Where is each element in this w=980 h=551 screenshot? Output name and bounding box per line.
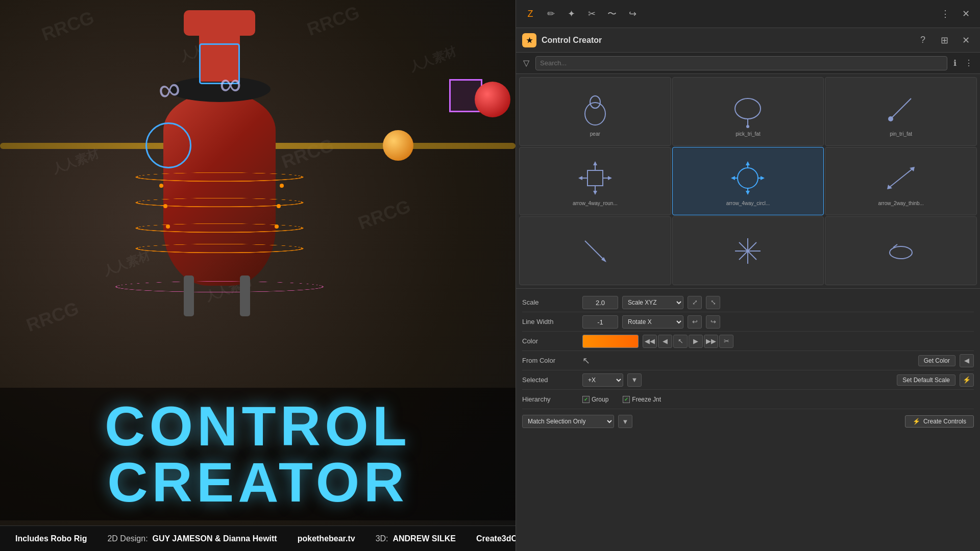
shape-arrow2-thin[interactable]: arrow_2way_thinb...	[825, 147, 977, 216]
toolbar-star-icon[interactable]: ✦	[563, 6, 579, 22]
arrow-buttons: ◀◀ ◀ ↖ ▶ ▶▶ ✂	[643, 335, 733, 348]
freeze-label: Freeze Jnt	[632, 396, 661, 403]
svg-marker-9	[593, 161, 597, 165]
redo-btn[interactable]: ↪	[706, 315, 720, 329]
axis-select[interactable]: +X -X +Y -Y +Z -Z	[582, 373, 623, 387]
shape-pin-tri-fat[interactable]: pin_tri_fat	[825, 77, 977, 146]
color-label: Color	[522, 337, 578, 345]
dot-5	[277, 204, 281, 208]
toolbar-scissors-icon[interactable]: ✂	[583, 6, 600, 22]
infinity-right: ∞	[219, 66, 241, 102]
toolbar-more-icon[interactable]: ⋮	[937, 6, 953, 22]
red-sphere	[475, 82, 510, 117]
linewidth-row: Line Width -1 Rotate X ↩ ↪	[522, 312, 974, 332]
svg-marker-20	[746, 191, 750, 195]
create-controls-btn[interactable]: ⚡ Create Controls	[905, 415, 974, 428]
rotate-mode-select[interactable]: Rotate X	[622, 315, 683, 329]
shape-9-preview	[880, 231, 921, 271]
leg-left	[184, 276, 194, 316]
orange-sphere	[383, 130, 413, 161]
toolbar-z-icon[interactable]: Z	[522, 6, 538, 22]
shape-9[interactable]	[825, 216, 977, 285]
axis-dropdown-btn[interactable]: ▼	[627, 373, 642, 387]
color-swatch[interactable]	[582, 335, 639, 348]
shape-pear[interactable]: pear	[519, 77, 671, 146]
cc-grid-icon[interactable]: ⊞	[936, 32, 952, 48]
toolbar-pencil-icon[interactable]: ✏	[543, 6, 559, 22]
linewidth-value[interactable]: -1	[582, 315, 618, 329]
set-default-btn[interactable]: Set Default Scale	[897, 374, 955, 386]
design-info: 2D Design: GUY JAMESON & Dianna Hewitt	[107, 534, 277, 543]
scissors-icon[interactable]: ✂	[719, 335, 733, 348]
cc-header: ★ Control Creator ? ⊞ ✕	[516, 28, 980, 53]
create-row: Match Selection Only ▼ ⚡ Create Controls	[522, 411, 974, 432]
info-icon[interactable]: ℹ	[951, 56, 959, 70]
arrow-left[interactable]: ◀	[658, 335, 672, 348]
cc-logo: ★	[522, 33, 536, 47]
hierarchy-row: Hierarchy ✓ Group ✓ Freeze Jnt	[522, 390, 974, 409]
shape-arrow4r-label: arrow_4way_roun...	[573, 201, 618, 206]
shape-arrow4-circle[interactable]: arrow_4way_circl...	[672, 147, 824, 216]
site2: Create3dCharacters.com	[476, 534, 516, 543]
shape-pear-preview	[575, 88, 616, 129]
shape-7-preview	[575, 231, 616, 271]
search-more-icon[interactable]: ⋮	[963, 56, 975, 70]
group-check[interactable]: ✓ Group	[582, 396, 608, 403]
match-select[interactable]: Match Selection Only	[522, 415, 614, 428]
toolbar-arrow-icon[interactable]: ↪	[624, 6, 641, 22]
leg-right	[240, 276, 250, 316]
group-checkbox[interactable]: ✓	[582, 396, 590, 403]
scale-value[interactable]: 2.0	[582, 296, 618, 309]
svg-point-16	[738, 168, 758, 188]
main-title: CONTROL CREATOR	[31, 398, 485, 510]
robot-cap	[184, 10, 255, 36]
shape-pick-label: pick_tri_fat	[736, 131, 760, 137]
axis-selected-label: Selected	[522, 376, 578, 384]
undo-btn[interactable]: ↩	[688, 315, 702, 329]
from-color-arrow-btn[interactable]: ◀	[960, 354, 974, 367]
shape-8[interactable]	[672, 216, 824, 285]
cursor-icon: ↖	[673, 335, 688, 348]
linewidth-label: Line Width	[522, 318, 578, 325]
set-default-icon[interactable]: ⚡	[960, 373, 974, 387]
cc-title: Control Creator	[542, 36, 910, 45]
right-panel: Z ✏ ✦ ✂ 〜 ↪ ⋮ ✕ ★ Control Creator ? ⊞ ✕ …	[516, 0, 980, 551]
viewport-3d[interactable]: RRCG 人人素材 RRCG 人人素材 人人素材 RRCG 人人素材 RRCG …	[0, 0, 516, 551]
shape-arrow4-round[interactable]: arrow_4way_roun...	[519, 147, 671, 216]
shape-pick-preview	[727, 88, 768, 129]
toolbar-tilde-icon[interactable]: 〜	[604, 6, 620, 22]
scale-expand-btn[interactable]: ⤢	[688, 296, 702, 309]
dot-1	[159, 184, 163, 188]
freeze-checkbox[interactable]: ✓	[623, 396, 630, 403]
shape-7[interactable]	[519, 216, 671, 285]
freeze-check[interactable]: ✓ Freeze Jnt	[623, 396, 661, 403]
cc-close-icon[interactable]: ✕	[958, 32, 974, 48]
svg-rect-7	[587, 170, 603, 186]
arrow-left-left[interactable]: ◀◀	[643, 335, 657, 348]
match-dropdown-btn[interactable]: ▼	[618, 415, 632, 428]
toolbar-close-icon[interactable]: ✕	[958, 6, 974, 22]
design3d-info: 3D: ANDREW SILKE	[376, 534, 456, 543]
shape-pick-tri-fat[interactable]: pick_tri_fat	[672, 77, 824, 146]
shape-arrow4c-label: arrow_4way_circl...	[726, 201, 770, 206]
from-color-label: From Color	[522, 357, 578, 364]
get-color-btn[interactable]: Get Color	[918, 355, 955, 366]
info-bar: Includes Robo Rig 2D Design: GUY JAMESON…	[0, 525, 516, 551]
svg-marker-22	[731, 176, 735, 180]
arrow-right-right[interactable]: ▶▶	[704, 335, 718, 348]
scale-label: Scale	[522, 298, 578, 306]
create-controls-icon: ⚡	[913, 418, 920, 425]
svg-line-5	[891, 98, 911, 119]
scale-compress-btn[interactable]: ⤡	[706, 296, 720, 309]
dot-3	[166, 224, 170, 229]
svg-point-0	[585, 103, 605, 125]
cursor-arrow-icon: ↖	[582, 355, 590, 366]
includes-label: Includes Robo Rig	[15, 534, 87, 543]
scale-mode-select[interactable]: Scale XYZ	[622, 296, 683, 309]
controls-section: Scale 2.0 Scale XYZ ⤢ ⤡ Line Width -1 Ro…	[516, 288, 980, 436]
svg-marker-15	[608, 176, 612, 180]
arrow-right[interactable]: ▶	[689, 335, 703, 348]
cc-help-icon[interactable]: ?	[915, 32, 931, 48]
search-input[interactable]	[535, 56, 947, 70]
filter-icon[interactable]: ▽	[521, 56, 531, 70]
